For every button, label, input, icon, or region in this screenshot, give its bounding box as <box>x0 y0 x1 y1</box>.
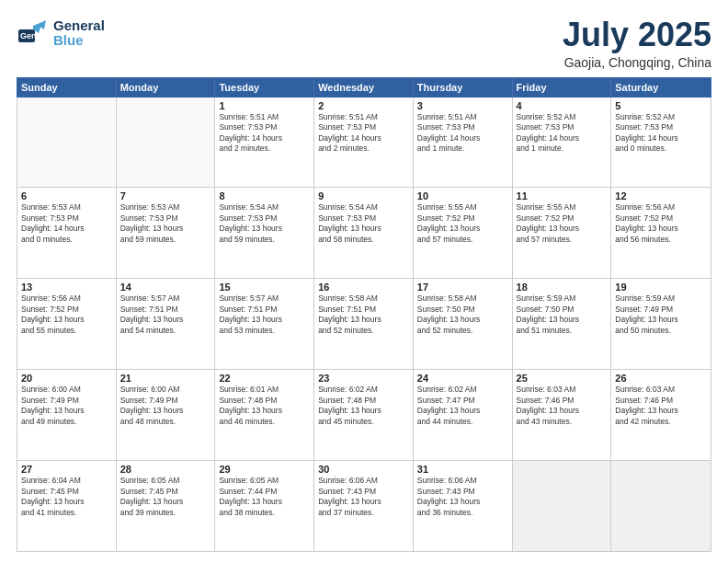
calendar-cell: 24Sunrise: 6:02 AM Sunset: 7:47 PM Dayli… <box>414 370 513 460</box>
weekday-header: Wednesday <box>314 78 414 97</box>
day-number: 30 <box>318 464 409 475</box>
day-number: 18 <box>517 282 608 293</box>
day-number: 8 <box>219 190 310 201</box>
day-number: 26 <box>615 373 707 384</box>
calendar-cell: 3Sunrise: 5:51 AM Sunset: 7:53 PM Daylig… <box>414 98 513 188</box>
cell-info: Sunrise: 6:00 AM Sunset: 7:49 PM Dayligh… <box>21 385 112 427</box>
cell-info: Sunrise: 5:59 AM Sunset: 7:49 PM Dayligh… <box>615 293 707 336</box>
calendar-cell <box>17 98 117 188</box>
cell-info: Sunrise: 5:52 AM Sunset: 7:53 PM Dayligh… <box>517 112 608 155</box>
calendar-cell: 28Sunrise: 6:05 AM Sunset: 7:45 PM Dayli… <box>117 461 216 551</box>
calendar-cell: 4Sunrise: 5:52 AM Sunset: 7:53 PM Daylig… <box>513 98 612 188</box>
weekday-header: Tuesday <box>215 78 314 97</box>
weekday-header: Sunday <box>17 78 117 97</box>
calendar-cell: 18Sunrise: 5:59 AM Sunset: 7:50 PM Dayli… <box>513 279 612 369</box>
day-number: 23 <box>318 373 409 384</box>
calendar-row: 13Sunrise: 5:56 AM Sunset: 7:52 PM Dayli… <box>17 279 711 370</box>
calendar-cell: 17Sunrise: 5:58 AM Sunset: 7:50 PM Dayli… <box>414 279 513 369</box>
month-title: July 2025 <box>563 17 711 53</box>
calendar-cell: 12Sunrise: 5:56 AM Sunset: 7:52 PM Dayli… <box>611 188 711 278</box>
day-number: 12 <box>615 190 707 201</box>
logo: Gen General Blue <box>17 17 105 50</box>
location: Gaojia, Chongqing, China <box>563 55 711 70</box>
cell-info: Sunrise: 5:55 AM Sunset: 7:52 PM Dayligh… <box>517 202 608 245</box>
logo-line1: General <box>53 18 105 34</box>
day-number: 20 <box>21 373 112 384</box>
day-number: 28 <box>120 464 211 475</box>
calendar-cell: 14Sunrise: 5:57 AM Sunset: 7:51 PM Dayli… <box>117 279 216 369</box>
calendar-cell <box>513 461 612 551</box>
calendar-cell: 20Sunrise: 6:00 AM Sunset: 7:49 PM Dayli… <box>17 370 117 460</box>
calendar-row: 27Sunrise: 6:04 AM Sunset: 7:45 PM Dayli… <box>17 461 711 551</box>
calendar-cell: 31Sunrise: 6:06 AM Sunset: 7:43 PM Dayli… <box>414 461 513 551</box>
cell-info: Sunrise: 6:00 AM Sunset: 7:49 PM Dayligh… <box>120 385 211 427</box>
day-number: 21 <box>120 373 211 384</box>
calendar: SundayMondayTuesdayWednesdayThursdayFrid… <box>17 77 711 552</box>
cell-info: Sunrise: 5:52 AM Sunset: 7:53 PM Dayligh… <box>615 112 707 155</box>
calendar-cell: 13Sunrise: 5:56 AM Sunset: 7:52 PM Dayli… <box>17 279 117 369</box>
calendar-cell: 15Sunrise: 5:57 AM Sunset: 7:51 PM Dayli… <box>215 279 314 369</box>
calendar-cell: 25Sunrise: 6:03 AM Sunset: 7:46 PM Dayli… <box>513 370 612 460</box>
weekday-header: Monday <box>117 78 216 97</box>
day-number: 1 <box>219 100 310 111</box>
cell-info: Sunrise: 5:51 AM Sunset: 7:53 PM Dayligh… <box>417 112 508 155</box>
cell-info: Sunrise: 5:51 AM Sunset: 7:53 PM Dayligh… <box>318 112 409 155</box>
cell-info: Sunrise: 5:54 AM Sunset: 7:53 PM Dayligh… <box>318 202 409 245</box>
cell-info: Sunrise: 6:05 AM Sunset: 7:45 PM Dayligh… <box>120 476 211 518</box>
cell-info: Sunrise: 6:03 AM Sunset: 7:46 PM Dayligh… <box>517 385 608 427</box>
cell-info: Sunrise: 5:59 AM Sunset: 7:50 PM Dayligh… <box>517 293 608 336</box>
calendar-row: 1Sunrise: 5:51 AM Sunset: 7:53 PM Daylig… <box>17 98 711 189</box>
cell-info: Sunrise: 5:56 AM Sunset: 7:52 PM Dayligh… <box>21 293 112 336</box>
day-number: 27 <box>21 464 112 475</box>
day-number: 22 <box>219 373 310 384</box>
day-number: 7 <box>120 190 211 201</box>
calendar-cell: 23Sunrise: 6:02 AM Sunset: 7:48 PM Dayli… <box>314 370 414 460</box>
cell-info: Sunrise: 5:51 AM Sunset: 7:53 PM Dayligh… <box>219 112 310 155</box>
calendar-cell: 6Sunrise: 5:53 AM Sunset: 7:53 PM Daylig… <box>17 188 117 278</box>
cell-info: Sunrise: 5:57 AM Sunset: 7:51 PM Dayligh… <box>120 293 211 336</box>
logo-icon: Gen <box>17 17 50 50</box>
title-section: July 2025 Gaojia, Chongqing, China <box>563 17 711 70</box>
day-number: 2 <box>318 100 409 111</box>
header: Gen General Blue July 2025 Gaojia, Chong… <box>17 17 711 70</box>
cell-info: Sunrise: 5:53 AM Sunset: 7:53 PM Dayligh… <box>21 202 112 245</box>
calendar-cell: 11Sunrise: 5:55 AM Sunset: 7:52 PM Dayli… <box>513 188 612 278</box>
cell-info: Sunrise: 5:58 AM Sunset: 7:50 PM Dayligh… <box>417 293 508 336</box>
cell-info: Sunrise: 5:56 AM Sunset: 7:52 PM Dayligh… <box>615 202 707 245</box>
calendar-cell: 16Sunrise: 5:58 AM Sunset: 7:51 PM Dayli… <box>314 279 414 369</box>
calendar-cell: 29Sunrise: 6:05 AM Sunset: 7:44 PM Dayli… <box>215 461 314 551</box>
day-number: 31 <box>417 464 508 475</box>
cell-info: Sunrise: 6:02 AM Sunset: 7:47 PM Dayligh… <box>417 385 508 427</box>
calendar-cell <box>611 461 711 551</box>
day-number: 17 <box>417 282 508 293</box>
calendar-cell: 26Sunrise: 6:03 AM Sunset: 7:46 PM Dayli… <box>611 370 711 460</box>
calendar-cell: 1Sunrise: 5:51 AM Sunset: 7:53 PM Daylig… <box>215 98 314 188</box>
calendar-cell: 21Sunrise: 6:00 AM Sunset: 7:49 PM Dayli… <box>117 370 216 460</box>
logo-line2: Blue <box>53 33 105 49</box>
calendar-cell: 10Sunrise: 5:55 AM Sunset: 7:52 PM Dayli… <box>414 188 513 278</box>
day-number: 9 <box>318 190 409 201</box>
calendar-cell: 22Sunrise: 6:01 AM Sunset: 7:48 PM Dayli… <box>215 370 314 460</box>
cell-info: Sunrise: 5:55 AM Sunset: 7:52 PM Dayligh… <box>417 202 508 245</box>
svg-text:Gen: Gen <box>20 31 37 40</box>
day-number: 29 <box>219 464 310 475</box>
cell-info: Sunrise: 6:04 AM Sunset: 7:45 PM Dayligh… <box>21 476 112 518</box>
cell-info: Sunrise: 6:02 AM Sunset: 7:48 PM Dayligh… <box>318 385 409 427</box>
day-number: 3 <box>417 100 508 111</box>
day-number: 4 <box>517 100 608 111</box>
day-number: 24 <box>417 373 508 384</box>
page: Gen General Blue July 2025 Gaojia, Chong… <box>0 0 728 563</box>
cell-info: Sunrise: 6:06 AM Sunset: 7:43 PM Dayligh… <box>318 476 409 518</box>
day-number: 25 <box>517 373 608 384</box>
cell-info: Sunrise: 6:01 AM Sunset: 7:48 PM Dayligh… <box>219 385 310 427</box>
cell-info: Sunrise: 6:05 AM Sunset: 7:44 PM Dayligh… <box>219 476 310 518</box>
calendar-cell: 27Sunrise: 6:04 AM Sunset: 7:45 PM Dayli… <box>17 461 117 551</box>
weekday-header: Saturday <box>611 78 711 97</box>
day-number: 5 <box>615 100 707 111</box>
calendar-cell: 9Sunrise: 5:54 AM Sunset: 7:53 PM Daylig… <box>314 188 414 278</box>
calendar-cell: 8Sunrise: 5:54 AM Sunset: 7:53 PM Daylig… <box>215 188 314 278</box>
calendar-header: SundayMondayTuesdayWednesdayThursdayFrid… <box>17 77 711 98</box>
cell-info: Sunrise: 5:58 AM Sunset: 7:51 PM Dayligh… <box>318 293 409 336</box>
cell-info: Sunrise: 6:06 AM Sunset: 7:43 PM Dayligh… <box>417 476 508 518</box>
day-number: 10 <box>417 190 508 201</box>
